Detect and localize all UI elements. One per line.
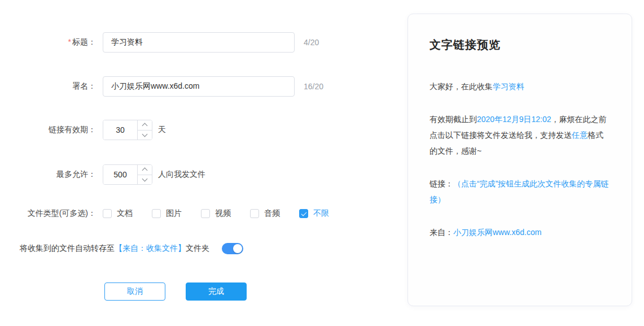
action-buttons-row: 取消 完成: [0, 282, 395, 301]
signature-input[interactable]: [103, 76, 295, 97]
collect-folder-link[interactable]: 【来自：收集文件】: [115, 244, 186, 253]
title-input[interactable]: [103, 32, 295, 53]
stepper-arrows: [137, 120, 152, 140]
file-type-option-doc[interactable]: 文档: [103, 208, 133, 219]
preview-greeting: 大家好，在此收集学习资料: [430, 79, 610, 94]
preview-validity: 有效期截止到2020年12月9日12:02，麻烦在此之前点击以下链接将文件发送给…: [430, 111, 610, 159]
chevron-down-icon: [142, 176, 148, 181]
file-type-option-image[interactable]: 图片: [152, 208, 182, 219]
max-people-field-row: 最多允许： 人向我发文件: [0, 164, 395, 185]
preview-from-row: 来自：小刀娱乐网www.x6d.com: [430, 224, 610, 240]
max-people-step-down-button[interactable]: [138, 175, 152, 185]
cancel-button[interactable]: 取消: [104, 282, 165, 301]
max-people-step-up-button[interactable]: [138, 165, 152, 175]
validity-step-up-button[interactable]: [138, 120, 152, 131]
chevron-up-icon: [142, 123, 148, 129]
file-type-option-audio[interactable]: 音频: [250, 208, 280, 219]
preview-title: 文字链接预览: [430, 37, 610, 53]
validity-unit-suffix: 天: [158, 125, 166, 135]
required-asterisk: *: [68, 37, 71, 46]
preview-link-placeholder: （点击“完成”按钮生成此次文件收集的专属链接）: [430, 179, 608, 204]
checkbox-audio[interactable]: [250, 209, 259, 218]
signature-label: 署名：: [0, 81, 96, 92]
validity-days-stepper: [103, 120, 152, 140]
validity-field-row: 链接有效期： 天: [0, 120, 395, 140]
validity-step-down-button[interactable]: [138, 131, 152, 140]
preview-title-link: 学习资料: [493, 82, 524, 91]
collect-form: *标题： 4/20 署名： 16/20 链接有效期： 天 最多允许：: [0, 0, 395, 326]
signature-field-row: 署名： 16/20: [0, 76, 395, 97]
preview-from-link: 小刀娱乐网www.x6d.com: [453, 228, 541, 237]
file-type-option-unlimited[interactable]: 不限: [299, 208, 329, 219]
auto-save-row: 将收集到的文件自动转存至【来自：收集文件】文件夹: [0, 238, 395, 259]
chevron-down-icon: [142, 131, 148, 137]
preview-link-row: 链接：（点击“完成”按钮生成此次文件收集的专属链接）: [430, 176, 610, 207]
validity-label: 链接有效期：: [0, 125, 96, 135]
preview-card: 文字链接预览 大家好，在此收集学习资料 有效期截止到2020年12月9日12:0…: [408, 14, 632, 306]
chevron-up-icon: [142, 168, 148, 173]
confirm-button[interactable]: 完成: [186, 282, 247, 301]
stepper-arrows: [137, 165, 152, 184]
toggle-knob: [233, 244, 242, 253]
auto-save-toggle[interactable]: [222, 243, 243, 254]
title-label: *标题：: [0, 37, 96, 47]
max-people-suffix: 人向我发文件: [158, 169, 205, 180]
checkbox-unlimited[interactable]: [299, 209, 308, 218]
preview-deadline: 2020年12月9日12:02: [477, 115, 551, 124]
file-type-row: 文件类型(可多选)： 文档 图片 视频 音频 不限: [0, 203, 395, 224]
file-type-label: 文件类型(可多选)：: [0, 208, 96, 219]
file-type-option-video[interactable]: 视频: [201, 208, 231, 219]
max-people-label: 最多允许：: [0, 169, 96, 180]
title-char-counter: 4/20: [304, 38, 319, 47]
checkbox-doc[interactable]: [103, 209, 112, 218]
max-people-stepper: [103, 164, 152, 185]
title-field-row: *标题： 4/20: [0, 32, 395, 53]
file-collect-dialog: *标题： 4/20 署名： 16/20 链接有效期： 天 最多允许：: [0, 0, 644, 326]
signature-char-counter: 16/20: [304, 82, 323, 91]
checkbox-image[interactable]: [152, 209, 161, 218]
checkbox-video[interactable]: [201, 209, 210, 218]
preview-any-format: 任意: [572, 131, 588, 140]
auto-save-text: 将收集到的文件自动转存至【来自：收集文件】文件夹: [0, 244, 209, 254]
